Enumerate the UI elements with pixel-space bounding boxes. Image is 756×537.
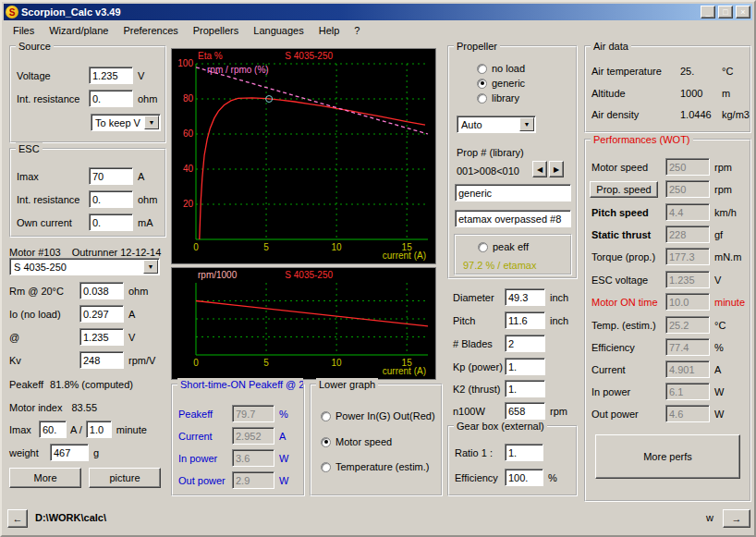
motor-imax-sep: A / [70, 424, 82, 435]
menu-preferences[interactable]: Preferences [116, 23, 185, 38]
motor-peakeff-row: Peakeff 81.8% (computed) [9, 375, 133, 393]
close-button[interactable]: × [736, 6, 750, 18]
prop-n100w-row: n100W 658 rpm [453, 402, 567, 420]
lower-graph-group: Lower graph Power In(G) Out(Red) Motor s… [310, 384, 443, 496]
radio-selected-icon[interactable] [477, 79, 487, 89]
prop-n100w-input[interactable]: 658 [505, 402, 545, 420]
prop-blades-input[interactable]: 2 [505, 335, 545, 352]
motor-io-label: Io (no load) [9, 309, 79, 320]
perf-esc-voltage-unit: V [714, 275, 721, 286]
restore-button[interactable]: □ [718, 6, 733, 18]
nav-forward-button[interactable]: → [723, 509, 750, 528]
perf-efficiency-unit: % [714, 342, 724, 353]
shorttime-current-value: 2.952 [232, 427, 274, 445]
propeller-option-no-load-label: no load [492, 63, 525, 74]
title-bar[interactable]: S Scorpion_Calc v3.49 _ □ × [4, 4, 752, 20]
prop-library-counter: 001>008<010 [457, 165, 519, 177]
radio-icon[interactable] [321, 411, 331, 421]
minimize-button[interactable]: _ [701, 6, 715, 18]
propeller-mode-combobox[interactable]: Auto ▼ [457, 116, 536, 133]
keep-mode-value: To keep V [95, 117, 140, 128]
w-label: w [706, 512, 713, 523]
gearbox-ratio-input[interactable]: 1. [505, 444, 543, 461]
prop-n100w-unit: rpm [550, 406, 567, 417]
nav-back-button[interactable]: ← [7, 509, 28, 528]
menu-question[interactable]: ? [347, 23, 367, 38]
radio-icon[interactable] [478, 242, 488, 252]
shorttime-current-unit: A [279, 431, 286, 442]
radio-icon[interactable] [477, 93, 487, 104]
prop-next-button[interactable]: ▶ [549, 161, 564, 177]
perf-in-power-row: In power 6.1 W [591, 383, 724, 400]
prop-prev-button[interactable]: ◀ [532, 161, 547, 177]
shorttime-peakeff-row: Peakeff 79.7 % [178, 405, 288, 422]
motor-kv-input[interactable]: 248 [79, 351, 124, 369]
motor-weight-input[interactable]: 467 [50, 444, 89, 461]
motor-type-label: Outrunner 12-12-14 [72, 247, 162, 258]
prop-speed-button[interactable]: Prop. speed [590, 181, 658, 198]
motor-imax-unit: minute [116, 424, 147, 435]
gearbox-efficiency-input[interactable]: 100. [505, 469, 543, 486]
motor-rm-input[interactable]: 0.038 [79, 282, 124, 299]
prop-blades-row: # Blades 2 [453, 335, 550, 352]
svg-text:10: 10 [332, 358, 343, 368]
prop-k2-input[interactable]: 1. [505, 380, 545, 397]
menu-wizard-plane[interactable]: Wizard/plane [42, 23, 116, 38]
keep-mode-combobox[interactable]: To keep V ▼ [91, 114, 161, 131]
propeller-option-generic[interactable]: generic [477, 77, 525, 90]
motor-io-unit: A [128, 309, 135, 320]
picture-button[interactable]: picture [89, 468, 161, 488]
altitude-label: Altitude [591, 88, 680, 99]
propeller-option-no-load[interactable]: no load [477, 62, 525, 75]
menu-help[interactable]: Help [311, 23, 348, 38]
motor-at-input[interactable]: 1.235 [79, 328, 124, 346]
esc-imax-input[interactable]: 70 [89, 167, 133, 185]
lower-graph-option-power[interactable]: Power In(G) Out(Red) [321, 409, 435, 422]
gearbox-efficiency-label: Efficiency [455, 472, 505, 483]
motor-weight-row: weight 467 g [9, 444, 99, 461]
more-button[interactable]: More [9, 468, 81, 488]
prop-status-input[interactable]: etamax overpassed #8 [455, 210, 571, 227]
prop-kp-input[interactable]: 1. [505, 358, 545, 375]
radio-icon[interactable] [477, 64, 487, 74]
radio-icon[interactable] [321, 462, 331, 472]
chevron-down-icon[interactable]: ▼ [519, 117, 534, 131]
altitude-value: 1000 [680, 88, 717, 99]
source-resistance-unit: ohm [138, 93, 157, 104]
motor-imax-minutes-input[interactable]: 1.0 [86, 421, 112, 438]
menu-files[interactable]: Files [6, 23, 42, 38]
source-resistance-row: Int. resistance 0. ohm [17, 90, 157, 107]
source-resistance-input[interactable]: 0. [89, 90, 133, 107]
propeller-option-library[interactable]: library [477, 92, 519, 104]
prop-name-input[interactable]: generic [455, 184, 571, 201]
perf-motor-on-time-label: Motor ON time [591, 297, 665, 308]
chevron-down-icon[interactable]: ▼ [143, 260, 158, 274]
lower-graph-option-temperature[interactable]: Temperature (estim.) [321, 460, 429, 473]
perf-out-power-unit: W [714, 409, 724, 420]
peak-eff-option[interactable]: peak eff [478, 240, 529, 253]
menu-languages[interactable]: Languages [246, 23, 311, 38]
motor-io-input[interactable]: 0.297 [79, 305, 124, 323]
motor-imax-input[interactable]: 60. [39, 421, 67, 438]
svg-text:40: 40 [183, 164, 194, 174]
prop-pitch-input[interactable]: 11.6 [505, 311, 545, 329]
perf-in-power-label: In power [591, 386, 665, 397]
motor-io-row: Io (no load) 0.297 A [9, 305, 135, 323]
esc-resistance-input[interactable]: 0. [89, 190, 133, 208]
motor-model-combobox[interactable]: S 4035-250 ▼ [9, 258, 160, 275]
air-density-row: Air density 1.0446 kg/m3 [591, 105, 750, 123]
lower-graph-option-motor-speed[interactable]: Motor speed [321, 435, 392, 448]
air-density-value: 1.0446 [680, 109, 717, 120]
source-title: Source [16, 40, 54, 53]
chevron-down-icon[interactable]: ▼ [144, 116, 159, 129]
menu-propellers[interactable]: Propellers [186, 23, 247, 38]
esc-own-current-input[interactable]: 0. [89, 214, 133, 231]
propeller-title: Propeller [454, 40, 500, 53]
more-perfs-button[interactable]: More perfs [595, 434, 740, 479]
voltage-unit: V [138, 70, 144, 81]
voltage-input[interactable]: 1.235 [89, 67, 133, 84]
prop-library-label-row: Prop # (library) [457, 143, 524, 161]
radio-selected-icon[interactable] [321, 437, 331, 447]
esc-resistance-row: Int. resistance 0. ohm [17, 190, 157, 208]
prop-diameter-input[interactable]: 49.3 [505, 288, 545, 306]
